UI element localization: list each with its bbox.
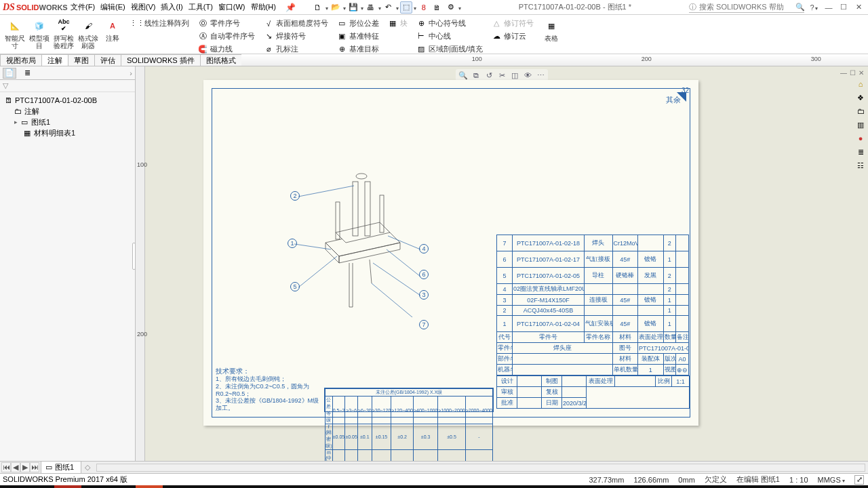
tab-sheet-format[interactable]: 图纸格式: [200, 54, 242, 66]
centerline-button[interactable]: ⊢中心线: [413, 30, 486, 42]
status-units[interactable]: MMGS: [818, 476, 845, 484]
undo-icon[interactable]: ↶: [382, 1, 395, 14]
prev-view-icon[interactable]: ↺: [484, 70, 494, 81]
taskbar-explorer[interactable]: 🗀: [108, 485, 136, 488]
bom-table[interactable]: 7PTC171007A-01-02-18焊头Cr12MoV26PTC171007…: [496, 235, 689, 409]
hole-callout-button[interactable]: ⌀孔标注: [260, 43, 331, 55]
menu-file[interactable]: 文件(F): [68, 2, 98, 12]
print-icon[interactable]: 🖶: [365, 1, 377, 14]
status-scale[interactable]: 1 : 10: [789, 476, 808, 484]
tree-bom[interactable]: ▦材料明细表1: [3, 127, 132, 138]
dropdown-icon[interactable]: [343, 3, 346, 12]
weld-symbol-button[interactable]: ↘焊接符号: [260, 30, 331, 42]
center-mark-button[interactable]: ⊕中心符号线: [413, 18, 486, 29]
sheet-tab-1[interactable]: ▭图纸1: [41, 461, 81, 474]
select-icon[interactable]: ⬚: [400, 1, 412, 14]
hide-icon[interactable]: 👁: [522, 70, 533, 81]
taskbar-solidworks[interactable]: SW: [54, 485, 81, 488]
open-icon[interactable]: 📂: [330, 1, 342, 14]
tab-evaluate[interactable]: 评估: [94, 54, 121, 66]
tree-root[interactable]: 🖺PTC171007A-01-02-00B: [3, 95, 132, 106]
magnetic-line-button[interactable]: 🧲磁力线: [195, 43, 258, 55]
properties-icon[interactable]: ≣: [855, 146, 866, 157]
add-sheet-button[interactable]: ◇: [81, 463, 94, 472]
menu-edit[interactable]: 编辑(E): [98, 2, 128, 12]
dropdown-icon[interactable]: [378, 3, 381, 12]
taskbar-browser[interactable]: ◯: [81, 485, 108, 488]
doc-max-icon[interactable]: ☐: [850, 69, 856, 77]
doc-close-icon[interactable]: ✕: [859, 69, 864, 77]
minimize-button[interactable]: —: [823, 3, 834, 12]
menu-view[interactable]: 视图(V): [128, 2, 159, 12]
balloon-7[interactable]: 7: [419, 320, 429, 329]
tab-view-layout[interactable]: 视图布局: [0, 54, 42, 66]
bom-row[interactable]: 6PTC171007A-01-02-17气缸接板45#镀铬1: [497, 251, 689, 268]
expand-icon[interactable]: ›: [130, 69, 132, 77]
task-view-button[interactable]: ◧: [27, 485, 54, 488]
resources-icon[interactable]: ❖: [855, 92, 866, 103]
tab-sketch[interactable]: 草图: [68, 54, 95, 66]
taskbar-powerpoint[interactable]: P: [136, 485, 163, 488]
help-dropdown[interactable]: ?: [808, 3, 819, 12]
balloon-4[interactable]: 4: [419, 244, 429, 253]
drawing-canvas[interactable]: 100 200 🔍 ⧉ ↺ ✂ ◫ 👁 ⋯ — ☐ ✕ ⌂ ❖ 🗀 ▥ ● ≣ …: [136, 66, 868, 461]
home-icon[interactable]: ⌂: [855, 79, 866, 89]
balloon-6[interactable]: 6: [419, 270, 429, 279]
zoom-area-icon[interactable]: ⧉: [471, 70, 481, 81]
menu-insert[interactable]: 插入(I): [158, 2, 185, 12]
save-icon[interactable]: 💾: [347, 1, 359, 14]
library-icon[interactable]: 🗀: [855, 106, 866, 117]
balloon-button[interactable]: Ⓞ零件序号: [195, 18, 258, 29]
prev-sheet-button[interactable]: ◀: [11, 462, 20, 472]
forum-icon[interactable]: ☷: [855, 160, 866, 171]
dropdown-icon[interactable]: [361, 3, 363, 12]
block-button[interactable]: ▦块: [384, 18, 410, 29]
zoom-fit-icon[interactable]: 🔍: [458, 70, 469, 81]
bom-row[interactable]: 402圈法簧直线轴承LMF20UU2: [497, 284, 689, 295]
balloon-1[interactable]: 1: [288, 239, 297, 248]
tech-requirements[interactable]: 技术要求： 1、所有锐边去毛刺倒钝； 2、未注倒角为C0.2~C0.5，圆角为R…: [216, 367, 324, 412]
bom-row[interactable]: 5PTC171007A-01-02-05导柱硬铬棒发黑2: [497, 268, 689, 284]
view-palette-icon[interactable]: ▥: [855, 119, 866, 130]
dropdown-icon[interactable]: [396, 3, 399, 12]
property-tab[interactable]: ≣: [20, 68, 34, 79]
bom-row[interactable]: 7PTC171007A-01-02-18焊头Cr12MoV2: [497, 235, 689, 251]
rev-cloud-button[interactable]: ☁修订云: [488, 30, 536, 42]
search-input[interactable]: [699, 3, 793, 11]
maximize-button[interactable]: ☐: [838, 3, 849, 12]
new-icon[interactable]: 🗋: [312, 1, 324, 14]
menu-window[interactable]: 窗口(W): [216, 2, 248, 12]
last-sheet-button[interactable]: ⏭: [30, 462, 39, 472]
close-button[interactable]: ✕: [853, 3, 864, 12]
doc-min-icon[interactable]: —: [840, 69, 847, 77]
first-sheet-button[interactable]: ⏮: [1, 462, 11, 472]
auto-balloon-button[interactable]: Ⓐ自动零件序号: [195, 30, 258, 42]
expand-toggle[interactable]: ▸: [12, 119, 19, 125]
menu-help[interactable]: 帮助(H): [248, 2, 279, 12]
options-icon[interactable]: 🗎: [431, 1, 443, 14]
spell-check-button[interactable]: Abc✔拼写检验程序: [52, 16, 76, 51]
section-icon[interactable]: ✂: [496, 70, 507, 81]
appearances-icon[interactable]: ●: [855, 133, 866, 144]
datum-feature-button[interactable]: ▣基准特征: [334, 30, 382, 42]
gtol-button[interactable]: ▭形位公差: [334, 18, 382, 29]
tree-annotations[interactable]: 🗀注解: [3, 106, 132, 117]
hatch-button[interactable]: ▨区域剖面线/填充: [413, 43, 486, 55]
settings-icon[interactable]: ⚙: [445, 1, 457, 14]
tolerance-table[interactable]: 未注公差(GB/1804-1992) X.X级 公差等级0.5~3>3~6>6~…: [324, 388, 494, 412]
search-icon[interactable]: 🔍: [795, 3, 805, 12]
display-icon[interactable]: ◫: [509, 70, 520, 81]
bom-row[interactable]: 2ACQJ40x45-40SB1: [497, 306, 689, 316]
status-expand-icon[interactable]: ⤢: [854, 475, 864, 485]
balloon-3[interactable]: 3: [419, 290, 429, 300]
format-painter-button[interactable]: 🖌格式涂刷器: [76, 16, 100, 51]
surface-finish-button[interactable]: √表面粗糙度符号: [260, 18, 331, 29]
tab-annotation[interactable]: 注解: [41, 54, 68, 66]
filter-row[interactable]: ▽: [0, 80, 135, 92]
pin-icon[interactable]: 📌: [283, 3, 298, 12]
datum-target-button[interactable]: ⊕基准目标: [334, 43, 382, 55]
dropdown-icon[interactable]: [326, 3, 328, 12]
balloon-5[interactable]: 5: [290, 282, 300, 291]
search-box[interactable]: ⓘ 🔍: [689, 2, 804, 13]
note-button[interactable]: A注释: [100, 16, 125, 43]
